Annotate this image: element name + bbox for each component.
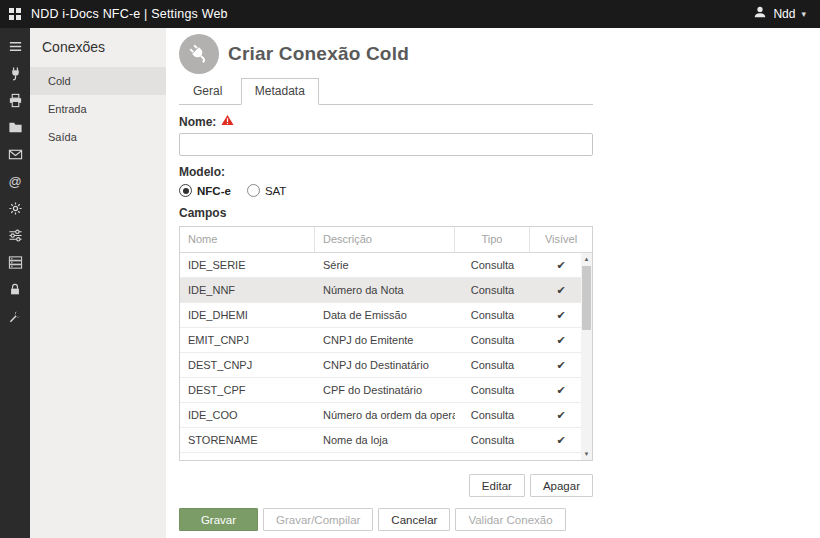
sidebar-item-cold[interactable]: Cold [30, 67, 166, 95]
modelo-options: NFC-e SAT [179, 184, 593, 197]
mail-icon[interactable] [0, 141, 30, 168]
folder-icon[interactable] [0, 114, 30, 141]
cell-tipo: Consulta [455, 403, 530, 427]
cell-descricao: Número da Nota [315, 278, 455, 302]
cell-tipo: Consulta [455, 328, 530, 352]
table-row[interactable]: STORENAME Nome da loja Consulta ✔ [180, 428, 592, 453]
cell-nome: IDE_SERIE [180, 253, 315, 277]
main-content: Criar Conexão Cold Geral Metadata Nome: … [166, 28, 820, 538]
header-tipo[interactable]: Tipo [455, 227, 530, 252]
chevron-down-icon: ▾ [801, 9, 806, 19]
topbar: NDD i-Docs NFC-e | Settings Web Ndd ▾ [0, 0, 820, 28]
radio-sat-dot [247, 184, 260, 197]
cell-tipo: Consulta [455, 428, 530, 452]
radio-nfce-label: NFC-e [197, 185, 231, 197]
table-row[interactable]: IDE_DHEMI Data de Emissão Consulta ✔ [180, 303, 592, 328]
sidebar: Conexões Cold Entrada Saída [30, 28, 166, 538]
user-name: Ndd [773, 7, 795, 21]
server-icon[interactable] [0, 249, 30, 276]
radio-nfce-dot [179, 184, 192, 197]
radio-sat[interactable]: SAT [247, 184, 287, 197]
cell-descricao: CPF do Destinatário [315, 378, 455, 402]
cell-nome: STORENAME [180, 428, 315, 452]
cell-descricao: Data de Emissão [315, 303, 455, 327]
wrench-icon[interactable] [0, 303, 30, 330]
editar-button[interactable]: Editar [469, 474, 525, 497]
icon-rail: @ [0, 28, 30, 538]
page-header: Criar Conexão Cold [179, 34, 820, 74]
header-visivel[interactable]: Visível [530, 227, 592, 252]
user-icon [753, 5, 767, 23]
cell-descricao: CNPJ do Emitente [315, 328, 455, 352]
cell-tipo: Consulta [455, 278, 530, 302]
connections-icon[interactable] [0, 60, 30, 87]
user-menu[interactable]: Ndd ▾ [753, 5, 820, 23]
at-icon[interactable]: @ [0, 168, 30, 195]
table-actions: Editar Apagar [179, 474, 593, 497]
table-row[interactable]: EMIT_CNPJ CNPJ do Emitente Consulta ✔ [180, 328, 592, 353]
table-row[interactable]: DEST_CNPJ CNPJ do Destinatário Consulta … [180, 353, 592, 378]
cell-tipo: Consulta [455, 378, 530, 402]
cell-nome: DEST_CPF [180, 378, 315, 402]
filters-icon[interactable] [0, 222, 30, 249]
cell-descricao: Número da ordem da operaç... [315, 403, 455, 427]
nome-label-row: Nome: [179, 114, 593, 129]
tab-bar: Geral Metadata [179, 77, 593, 105]
tab-geral[interactable]: Geral [179, 78, 236, 105]
warning-icon [221, 114, 234, 129]
cell-descricao: Nome da loja [315, 428, 455, 452]
cell-nome: IDE_DHEMI [180, 303, 315, 327]
table-row[interactable]: IDE_COO Número da ordem da operaç... Con… [180, 403, 592, 428]
table-scrollbar[interactable]: ▲ ▼ [581, 253, 592, 460]
validar-conexao-button[interactable]: Validar Conexão [455, 508, 565, 531]
header-nome[interactable]: Nome [180, 227, 315, 252]
table-row[interactable]: DEST_CPF CPF do Destinatário Consulta ✔ [180, 378, 592, 403]
table-header: Nome Descrição Tipo Visível [180, 227, 592, 253]
connection-avatar-icon [179, 34, 219, 74]
modelo-label: Modelo: [179, 165, 593, 179]
cancelar-button[interactable]: Cancelar [378, 508, 450, 531]
table-row[interactable]: IDE_SERIE Série Consulta ✔ [180, 253, 592, 278]
app-title: NDD i-Docs NFC-e | Settings Web [31, 7, 228, 21]
sidebar-item-entrada[interactable]: Entrada [30, 95, 166, 123]
sidebar-item-saida[interactable]: Saída [30, 123, 166, 151]
scroll-up-icon[interactable]: ▲ [581, 253, 592, 265]
footer-actions: Gravar Gravar/Compilar Cancelar Validar … [179, 508, 566, 531]
apagar-button[interactable]: Apagar [530, 474, 593, 497]
table-row[interactable]: IDE_NNF Número da Nota Consulta ✔ [180, 278, 592, 303]
page-title: Criar Conexão Cold [228, 43, 409, 65]
menu-icon[interactable] [0, 33, 30, 60]
table-body: IDE_SERIE Série Consulta ✔ IDE_NNF Númer… [180, 253, 592, 460]
gear-icon[interactable] [0, 195, 30, 222]
cell-nome: EMIT_CNPJ [180, 328, 315, 352]
tab-metadata[interactable]: Metadata [241, 78, 319, 105]
printer-icon[interactable] [0, 87, 30, 114]
scrollbar-thumb[interactable] [582, 266, 591, 330]
header-descricao[interactable]: Descrição [315, 227, 455, 252]
sidebar-title: Conexões [30, 28, 166, 67]
campos-label: Campos [179, 206, 593, 220]
cell-nome: IDE_NNF [180, 278, 315, 302]
nome-input[interactable] [179, 133, 593, 156]
cell-tipo: Consulta [455, 303, 530, 327]
cell-descricao: CNPJ do Destinatário [315, 353, 455, 377]
scroll-down-icon[interactable]: ▼ [581, 448, 592, 460]
lock-icon[interactable] [0, 276, 30, 303]
app-launcher-icon[interactable] [9, 8, 21, 20]
gravar-compilar-button[interactable]: Gravar/Compilar [263, 508, 373, 531]
svg-text:@: @ [8, 174, 21, 189]
gravar-button[interactable]: Gravar [179, 508, 258, 531]
cell-descricao: Série [315, 253, 455, 277]
cell-tipo: Consulta [455, 253, 530, 277]
nome-label: Nome: [179, 115, 216, 129]
radio-sat-label: SAT [265, 185, 287, 197]
cell-nome: IDE_COO [180, 403, 315, 427]
campos-table: Nome Descrição Tipo Visível IDE_SERIE Sé… [179, 226, 593, 461]
cell-nome: DEST_CNPJ [180, 353, 315, 377]
radio-nfce[interactable]: NFC-e [179, 184, 231, 197]
cell-tipo: Consulta [455, 353, 530, 377]
